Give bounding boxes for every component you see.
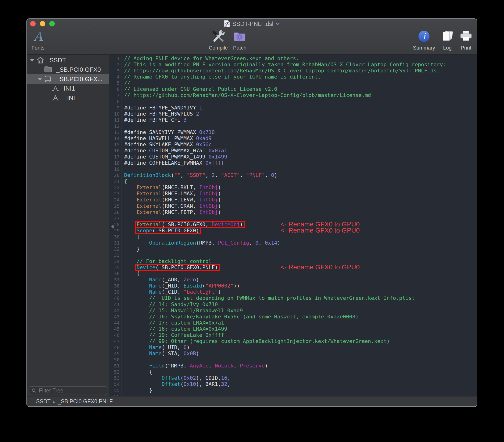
code-text: External(RMCF.LEVW, IntObj) xyxy=(124,197,221,203)
tree-item-label: INI1 xyxy=(64,84,75,93)
line-number: 47 xyxy=(109,338,121,344)
toolbar-print-button[interactable]: Print xyxy=(460,29,472,51)
code-line: 19 xyxy=(109,166,477,172)
code-line: 50 xyxy=(109,357,477,363)
code-text: // 19: CoffeeLake 0xffff xyxy=(124,332,224,338)
rename-annotation: <- Rename GFX0 to GPU0 xyxy=(281,264,360,270)
code-text: External(RMCF.GRAN, IntObj) xyxy=(124,203,221,209)
code-line: 56 xyxy=(109,393,477,396)
line-number: 7 xyxy=(109,92,121,98)
code-line: 5// xyxy=(109,80,477,86)
code-text: // 17: custom LMAX=0x7a1 xyxy=(124,320,224,326)
filter-tree-field[interactable] xyxy=(29,386,107,395)
breadcrumb: SSDT▸_SB.PCI0.GFX0.PNLF xyxy=(36,398,113,405)
sidebar-item-ssdt[interactable]: SSDT xyxy=(27,55,109,65)
toolbar-fonts-button[interactable]: AFonts xyxy=(31,29,44,51)
line-number: 34 xyxy=(109,258,121,265)
toolbar-label: Print xyxy=(460,45,472,51)
code-line: 1// Adding PNLF device for WhateverGreen… xyxy=(109,55,477,62)
compile-tools-icon xyxy=(209,29,228,44)
code-line: 40 // _UID is set depending on PWMMax to… xyxy=(109,295,477,301)
line-number: 19 xyxy=(109,166,121,172)
code-line: 36 { xyxy=(109,270,477,277)
breadcrumb-separator-icon: ▸ xyxy=(53,400,55,404)
code-text: // Licensed under GNU General Public Lic… xyxy=(124,86,277,92)
code-text: Name(_UID, 0) xyxy=(124,344,190,351)
code-line: 39 Name(_CID, "backlight") xyxy=(109,289,477,295)
method-icon xyxy=(52,94,59,102)
summary-info-icon: i xyxy=(413,29,435,44)
code-text: // https://github.com/RehabMan/OS-X-Clov… xyxy=(124,92,371,98)
red-highlight-box xyxy=(135,227,201,234)
code-line: 33 xyxy=(109,252,477,258)
filter-tree-input[interactable] xyxy=(38,387,104,394)
line-number: 41 xyxy=(109,301,121,308)
line-number: 5 xyxy=(109,80,121,86)
line-number: 31 xyxy=(109,240,121,246)
code-text: // 16: Skylake/KabyLake 0x56c (and some … xyxy=(124,314,359,320)
sidebar-item-sb-pci0-gfx0-pnlf[interactable]: _SB.PCI0.GFX... xyxy=(27,74,109,84)
code-text: Name(_STA, 0x0B) xyxy=(124,351,199,357)
line-number: 4 xyxy=(109,74,121,80)
line-number: 6 xyxy=(109,86,121,92)
code-line: 21{ xyxy=(109,178,477,184)
code-line: 44 // 17: custom LMAX=0x7a1 xyxy=(109,320,477,326)
code-text: // For backlight control xyxy=(124,258,212,265)
log-pages-icon xyxy=(441,29,453,44)
sidebar-item-ini1[interactable]: INI1 xyxy=(27,84,109,93)
breadcrumb-item[interactable]: SSDT xyxy=(36,398,51,405)
disclosure-triangle-icon[interactable] xyxy=(30,59,34,62)
code-text: } xyxy=(124,387,152,393)
sidebar-item-ini[interactable]: _INI xyxy=(27,93,109,103)
code-text: #define SKYLAKE_PWMMAX 0x56c xyxy=(124,141,212,148)
line-number: 45 xyxy=(109,326,121,332)
chevron-down-icon[interactable] xyxy=(276,22,280,25)
toolbar-label: Summary xyxy=(413,45,435,51)
disclosure-triangle-icon[interactable] xyxy=(38,78,42,81)
code-text: #define FBTYPE_SANDYIVY 1 xyxy=(124,105,202,111)
code-text: DefinitionBlock("", "SSDT", 2, "ACDT", "… xyxy=(124,172,277,178)
line-number: 27 xyxy=(109,215,121,221)
code-text: { xyxy=(124,369,152,375)
line-number: 25 xyxy=(109,203,121,209)
line-number: 46 xyxy=(109,332,121,338)
tree-item-label: _SB.PCI0.GFX0 xyxy=(56,65,101,74)
code-text: #define COFFEELAKE_PWMMAX 0xffff xyxy=(124,160,224,166)
line-number: 51 xyxy=(109,363,121,369)
line-number: 42 xyxy=(109,308,121,314)
line-number: 20 xyxy=(109,172,121,178)
tree-item-label: _SB.PCI0.GFX... xyxy=(56,74,103,84)
toolbar-summary-button[interactable]: iSummary xyxy=(413,29,435,51)
code-text: Name(_CID, "backlight") xyxy=(124,289,221,295)
toolbar-patch-button[interactable]: Patch xyxy=(233,29,246,51)
code-line: 16#define CUSTOM_PWMMAX_07a1 0x07a1 xyxy=(109,148,477,154)
line-number: 15 xyxy=(109,141,121,148)
code-line: 14#define HASWELL_PWMMAX 0xad9 xyxy=(109,135,477,141)
code-line: 12 xyxy=(109,123,477,129)
code-line: 15#define SKYLAKE_PWMMAX 0x56c xyxy=(109,141,477,148)
window-title-group[interactable]: DSL SSDT-PNLF.dsl xyxy=(27,19,477,29)
line-number: 22 xyxy=(109,184,121,191)
code-line: 37 Name(_ADR, Zero) xyxy=(109,277,477,283)
breadcrumb-item[interactable]: _SB.PCI0.GFX0.PNLF xyxy=(58,398,113,405)
toolbar-compile-button[interactable]: Compile xyxy=(209,29,228,51)
code-line: 10#define FBTYPE_HSWPLUS 2 xyxy=(109,111,477,117)
toolbar-log-button[interactable]: Log xyxy=(441,29,453,51)
folder-icon xyxy=(44,66,52,73)
code-line: 18#define COFFEELAKE_PWMMAX 0xffff xyxy=(109,160,477,166)
titlebar-and-toolbar: DSL SSDT-PNLF.dsl AFontsCompilePatchiSum… xyxy=(27,19,477,55)
code-editor[interactable]: 1// Adding PNLF device for WhateverGreen… xyxy=(109,55,477,396)
line-number: 48 xyxy=(109,344,121,351)
toolbar-label: Compile xyxy=(209,45,228,51)
line-number: 56 xyxy=(109,393,121,396)
code-text: { xyxy=(124,178,127,184)
line-number: 36 xyxy=(109,270,121,277)
code-text: #define HASWELL_PWMMAX 0xad9 xyxy=(124,135,212,141)
status-bar: SSDT▸_SB.PCI0.GFX0.PNLF xyxy=(27,396,477,407)
code-line: 46 // 19: CoffeeLake 0xffff xyxy=(109,332,477,338)
sidebar-item-sb-pci0-gfx0[interactable]: _SB.PCI0.GFX0 xyxy=(27,65,109,74)
code-line: 13#define SANDYIVY_PWMMAX 0x710 xyxy=(109,129,477,135)
code-line: 43 // 16: Skylake/KabyLake 0x56c (and so… xyxy=(109,314,477,320)
rename-annotation: <- Rename GFX0 to GPU0 xyxy=(281,227,360,233)
code-text: // Rename GFX0 to anything else if your … xyxy=(124,74,321,80)
